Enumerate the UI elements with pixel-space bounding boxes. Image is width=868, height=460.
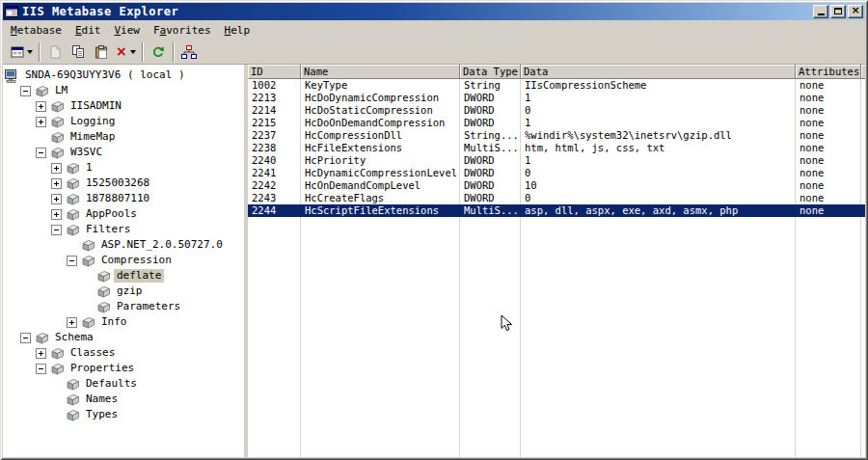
expand-icon[interactable] [67, 317, 77, 328]
app-icon [5, 5, 18, 18]
tree-item-label: 1878807110 [83, 192, 152, 205]
list-row-2242[interactable]: 2242HcOnDemandCompLevelDWORD10none [248, 179, 865, 192]
tree-item-filters[interactable]: Filters [3, 222, 244, 237]
tree-item-classes[interactable]: Classes [3, 345, 244, 361]
console-tree-button[interactable] [8, 41, 36, 63]
column-header-id[interactable]: ID [248, 65, 301, 79]
new-key-icon [48, 45, 62, 59]
menu-edit[interactable]: Edit [68, 22, 108, 39]
tree-item-1878807110[interactable]: 1878807110 [3, 191, 244, 206]
tree-item-1[interactable]: 1 [3, 160, 244, 176]
column-header-attributes[interactable]: Attributes [796, 65, 861, 79]
tree-item-parameters[interactable]: Parameters [3, 299, 244, 314]
menu-help[interactable]: Help [218, 22, 258, 39]
key-icon [96, 301, 111, 313]
tree-item-label: gzip [114, 284, 146, 298]
cell-name: HcDoStaticCompression [301, 104, 460, 117]
toolbar-separator [142, 42, 144, 62]
key-icon [50, 131, 65, 144]
cell-id: 2213 [248, 92, 301, 104]
tree-item-apppools[interactable]: AppPools [3, 206, 244, 222]
collapse-icon[interactable] [20, 333, 31, 343]
tree-item-snda-69q3uyy3v6-local[interactable]: SNDA-69Q3UYY3V6 ( local ) [3, 68, 244, 83]
cell-data: 1 [521, 154, 796, 167]
menu-favorites[interactable]: Favorites [147, 22, 218, 39]
tree-item-gzip[interactable]: gzip [3, 284, 244, 299]
tree-item-asp-net-2-0-50727-0[interactable]: ASP.NET_2.0.50727.0 [3, 237, 244, 253]
expand-icon[interactable] [51, 163, 62, 174]
expand-icon[interactable] [51, 178, 62, 189]
list-row-2215[interactable]: 2215HcDoOnDemandCompressionDWORD1none [248, 117, 865, 129]
list-row-2241[interactable]: 2241HcDynamicCompressionLevelDWORD0none [248, 167, 865, 179]
tree-item-deflate[interactable]: deflate [3, 268, 244, 284]
tree-item-names[interactable]: Names [3, 392, 244, 407]
tree-item-iisadmin[interactable]: IISADMIN [3, 98, 244, 114]
list-row-2237[interactable]: 2237HcCompressionDllString...%windir%\sy… [248, 129, 865, 142]
cell-data: 1 [521, 92, 796, 104]
tree-item-info[interactable]: Info [3, 314, 244, 330]
expand-icon[interactable] [51, 209, 62, 220]
cell-name: HcDoDynamicCompression [301, 92, 460, 104]
refresh-button[interactable] [147, 41, 170, 63]
collapse-icon[interactable] [36, 148, 46, 158]
collapse-icon[interactable] [36, 364, 46, 374]
list-panel: IDNameData TypeDataAttributes 1002KeyTyp… [248, 65, 865, 457]
paste-button[interactable] [90, 41, 113, 63]
tree-item-schema[interactable]: Schema [3, 330, 244, 345]
list-row-2214[interactable]: 2214HcDoStaticCompressionDWORD0none [248, 104, 865, 117]
collapse-icon[interactable] [67, 256, 77, 266]
window-title: IIS Metabase Explorer [22, 5, 813, 18]
expand-icon[interactable] [36, 117, 46, 127]
expand-icon[interactable] [36, 348, 46, 359]
list-row-2240[interactable]: 2240HcPriorityDWORD1none [248, 154, 865, 167]
list-row-2243[interactable]: 2243HcCreateFlagsDWORD0none [248, 192, 865, 204]
cell-name: HcCompressionDll [301, 129, 460, 142]
title-bar[interactable]: IIS Metabase Explorer × [3, 3, 865, 20]
minimize-icon [818, 14, 825, 15]
tree-item-1525003268[interactable]: 1525003268 [3, 176, 244, 191]
menu-metabase[interactable]: Metabase [4, 22, 68, 39]
tree-item-label: Classes [68, 346, 118, 360]
network-button[interactable] [177, 41, 201, 63]
list-row-2213[interactable]: 2213HcDoDynamicCompressionDWORD1none [248, 92, 865, 104]
column-header-name[interactable]: Name [301, 65, 460, 79]
maximize-button[interactable] [830, 5, 846, 18]
expand-icon[interactable] [36, 101, 46, 112]
column-header-data-type[interactable]: Data Type [460, 65, 521, 79]
tree-item-label: 1 [83, 161, 95, 175]
tree-item-w3svc[interactable]: W3SVC [3, 145, 244, 160]
tree-item-mimemap[interactable]: MimeMap [3, 129, 244, 145]
key-icon [66, 177, 80, 190]
cell-id: 2238 [248, 142, 301, 154]
tree-item-types[interactable]: Types [3, 407, 244, 422]
cell-name: KeyType [301, 79, 460, 92]
cell-name: HcCreateFlags [301, 192, 460, 204]
cell-data: 10 [521, 179, 796, 192]
column-header-filler [861, 65, 865, 79]
list-row-2238[interactable]: 2238HcFileExtensionsMultiS...htm, html, … [248, 142, 865, 154]
tree-item-lm[interactable]: LM [3, 83, 244, 98]
minimize-button[interactable] [813, 5, 828, 18]
collapse-icon[interactable] [51, 225, 62, 235]
cell-data: 1 [521, 117, 796, 129]
cell-data_type: String [460, 79, 521, 92]
tree-item-compression[interactable]: Compression [3, 253, 244, 268]
main-content: SNDA-69Q3UYY3V6 ( local )LMIISADMINLoggi… [3, 65, 865, 457]
list-row-2244[interactable]: 2244HcScriptFileExtensionsMultiS...asp, … [248, 204, 865, 217]
copy-button[interactable] [67, 41, 90, 63]
column-header-data[interactable]: Data [521, 65, 796, 79]
list-row-1002[interactable]: 1002KeyTypeStringIIsCompressionSchemenon… [248, 79, 865, 92]
tree-item-properties[interactable]: Properties [3, 361, 244, 376]
expand-icon[interactable] [51, 194, 62, 204]
close-button[interactable]: × [848, 5, 863, 18]
new-key-button[interactable] [43, 41, 67, 63]
tree-item-label: Properties [68, 362, 137, 375]
tree-item-label: 1525003268 [83, 176, 152, 190]
menu-view[interactable]: View [107, 22, 147, 39]
tree-item-logging[interactable]: Logging [3, 114, 244, 129]
tree-item-label: deflate [114, 269, 164, 283]
tree-item-defaults[interactable]: Defaults [3, 376, 244, 392]
collapse-icon[interactable] [20, 86, 31, 96]
delete-button[interactable]: × [113, 41, 139, 63]
list-body: 1002KeyTypeStringIIsCompressionSchemenon… [248, 79, 865, 457]
